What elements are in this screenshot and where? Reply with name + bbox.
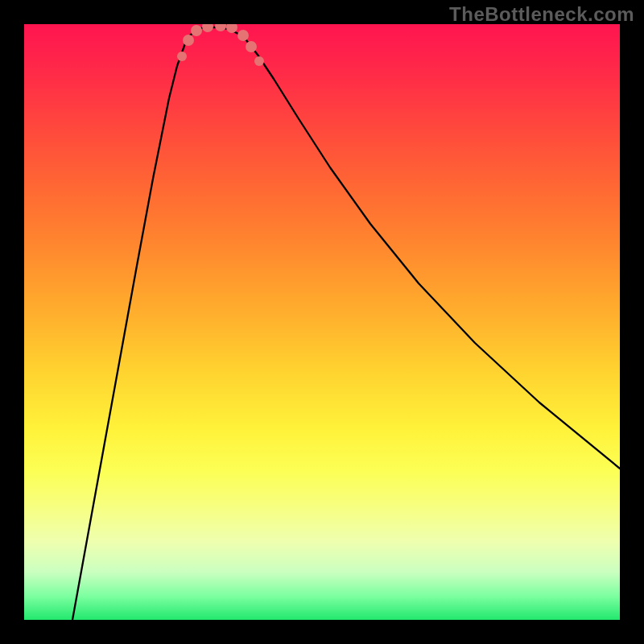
curve-marker (177, 52, 187, 61)
curve-marker (246, 41, 257, 52)
curve-marker (254, 56, 264, 66)
curve-marker (191, 25, 202, 36)
plot-area (24, 24, 620, 620)
watermark-text: TheBottleneck.com (449, 3, 634, 26)
curve-marker (202, 24, 213, 32)
bottleneck-curve (72, 27, 620, 620)
curve-marker (215, 24, 226, 31)
curve-marker (237, 30, 249, 41)
curve-marker (183, 35, 194, 46)
chart-frame: TheBottleneck.com (0, 0, 644, 644)
curve-layer (24, 24, 620, 620)
curve-markers (177, 24, 264, 66)
